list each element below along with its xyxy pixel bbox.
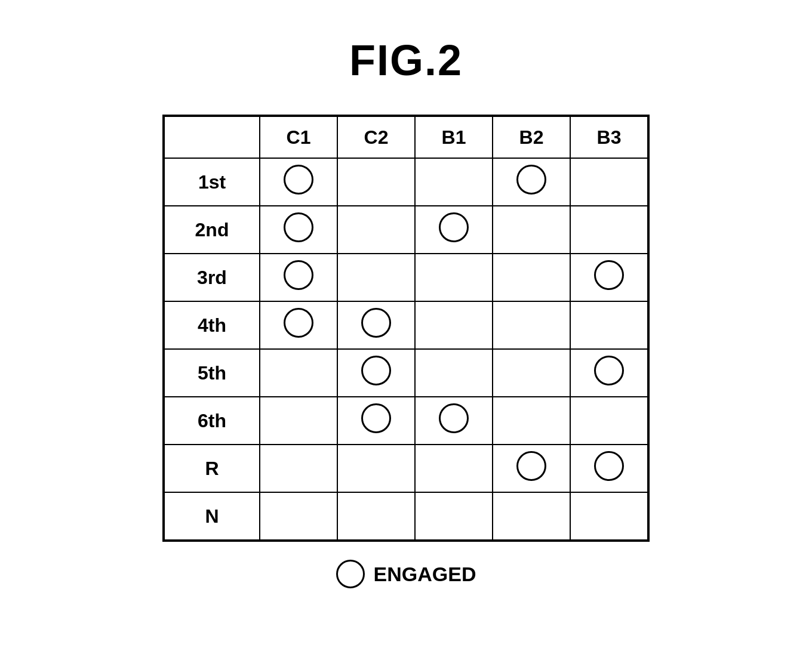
table-header-row: C1C2B1B2B3 [164, 116, 648, 158]
cell-N-C1 [260, 492, 337, 540]
engaged-circle-icon [284, 260, 313, 290]
cell-3rd-B2 [493, 254, 570, 301]
legend-text: ENGAGED [374, 563, 476, 586]
cell-3rd-B3 [570, 254, 648, 301]
table-row: 2nd [164, 206, 648, 254]
cell-4th-B1 [415, 301, 493, 349]
gear-table: C1C2B1B2B3 1st2nd3rd4th5th6thRN [162, 115, 650, 542]
header-col-B1: B1 [415, 116, 493, 158]
cell-R-C2 [337, 445, 415, 492]
cell-2nd-B1 [415, 206, 493, 254]
engaged-circle-icon [361, 403, 391, 433]
header-col-B2: B2 [493, 116, 570, 158]
engaged-circle-icon [284, 308, 313, 338]
row-label-5th: 5th [164, 349, 260, 397]
cell-1st-C2 [337, 158, 415, 206]
row-label-4th: 4th [164, 301, 260, 349]
engaged-circle-icon [361, 308, 391, 338]
row-label-3rd: 3rd [164, 254, 260, 301]
figure-title: FIG.2 [349, 36, 463, 85]
row-label-N: N [164, 492, 260, 540]
cell-2nd-C1 [260, 206, 337, 254]
header-col-C2: C2 [337, 116, 415, 158]
table-row: N [164, 492, 648, 540]
cell-R-B3 [570, 445, 648, 492]
cell-4th-C2 [337, 301, 415, 349]
cell-2nd-B3 [570, 206, 648, 254]
cell-N-B1 [415, 492, 493, 540]
engaged-circle-icon [284, 212, 313, 242]
cell-2nd-C2 [337, 206, 415, 254]
cell-R-B2 [493, 445, 570, 492]
header-empty [164, 116, 260, 158]
cell-N-B2 [493, 492, 570, 540]
header-col-B3: B3 [570, 116, 648, 158]
cell-4th-C1 [260, 301, 337, 349]
cell-5th-B1 [415, 349, 493, 397]
cell-5th-C1 [260, 349, 337, 397]
engaged-circle-icon [594, 451, 624, 481]
cell-1st-C1 [260, 158, 337, 206]
cell-4th-B3 [570, 301, 648, 349]
cell-3rd-C1 [260, 254, 337, 301]
cell-6th-C1 [260, 397, 337, 445]
cell-3rd-B1 [415, 254, 493, 301]
cell-6th-C2 [337, 397, 415, 445]
cell-5th-B2 [493, 349, 570, 397]
row-label-R: R [164, 445, 260, 492]
cell-4th-B2 [493, 301, 570, 349]
cell-1st-B1 [415, 158, 493, 206]
legend-circle-icon [336, 560, 365, 588]
engaged-circle-icon [516, 165, 546, 195]
engaged-circle-icon [439, 403, 469, 433]
header-col-C1: C1 [260, 116, 337, 158]
cell-1st-B2 [493, 158, 570, 206]
cell-2nd-B2 [493, 206, 570, 254]
table-row: 3rd [164, 254, 648, 301]
engaged-circle-icon [516, 451, 546, 481]
engaged-circle-icon [439, 212, 469, 242]
cell-N-B3 [570, 492, 648, 540]
row-label-6th: 6th [164, 397, 260, 445]
cell-3rd-C2 [337, 254, 415, 301]
cell-6th-B2 [493, 397, 570, 445]
cell-6th-B3 [570, 397, 648, 445]
cell-N-C2 [337, 492, 415, 540]
table-row: R [164, 445, 648, 492]
legend: ENGAGED [336, 560, 476, 588]
table-row: 1st [164, 158, 648, 206]
cell-R-C1 [260, 445, 337, 492]
table-row: 6th [164, 397, 648, 445]
table-row: 4th [164, 301, 648, 349]
engaged-circle-icon [284, 165, 313, 195]
engaged-circle-icon [361, 356, 391, 385]
engaged-circle-icon [594, 260, 624, 290]
cell-6th-B1 [415, 397, 493, 445]
row-label-2nd: 2nd [164, 206, 260, 254]
cell-5th-B3 [570, 349, 648, 397]
row-label-1st: 1st [164, 158, 260, 206]
cell-1st-B3 [570, 158, 648, 206]
cell-5th-C2 [337, 349, 415, 397]
table-row: 5th [164, 349, 648, 397]
engaged-circle-icon [594, 356, 624, 385]
cell-R-B1 [415, 445, 493, 492]
